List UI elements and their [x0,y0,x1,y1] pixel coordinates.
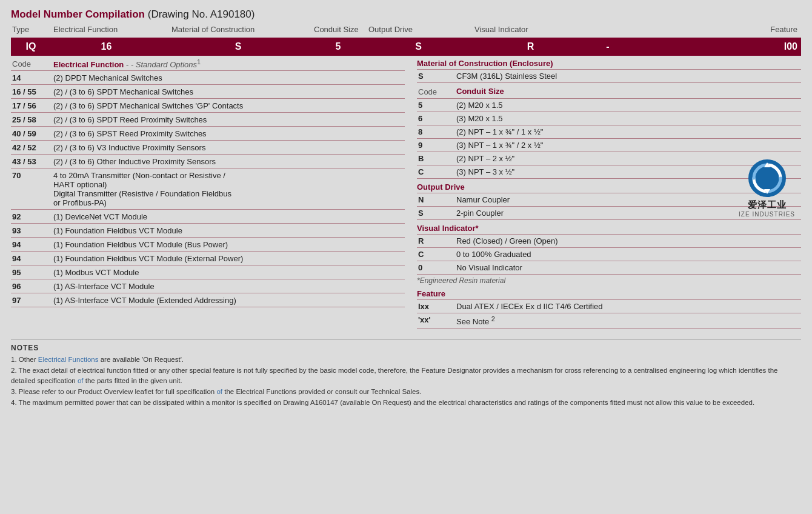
desc-92: (1) DeviceNet VCT Module [53,212,405,221]
cond-code-c: C [417,167,456,176]
conduit-section-title: Conduit Size [456,87,504,97]
table-row: 94 (1) Foundation Fieldbus VCT Module (B… [11,238,405,252]
table-row: 70 4 to 20mA Transmitter (Non-contact or… [11,169,405,210]
cond-desc-9: (3) NPT – 1 x ¾" / 2 x ½" [456,141,801,150]
code-4252: 42 / 52 [11,142,53,152]
cond-code-b: B [417,154,456,163]
table-row: 94 (1) Foundation Fieldbus VCT Module (E… [11,252,405,265]
table-row: 14 (2) DPDT Mechanical Switches [11,71,405,85]
code-2558: 25 / 58 [11,115,53,124]
cond-desc-5: (2) M20 x 1.5 [456,101,801,110]
visual-section-title: Visual Indicator* [417,220,801,234]
desc-2558: (2) / (3 to 6) SPDT Reed Proximity Switc… [53,115,405,124]
col-label-type: Type [11,25,47,34]
code-14: 14 [11,73,53,82]
table-row: 'xx' See Note 2 [417,313,801,329]
vis-note: *Engineered Resin material [417,275,801,287]
table-row: 25 / 58 (2) / (3 to 6) SPDT Reed Proximi… [11,113,405,127]
out-code-s: S [417,209,456,218]
model-type: IQ [11,41,47,52]
code-1655: 16 / 55 [11,87,53,96]
desc-97: (1) AS-Interface VCT Module (Extended Ad… [53,295,405,305]
table-row: 93 (1) Foundation Fieldbus VCT Module [11,224,405,238]
cond-desc-8: (2) NPT – 1 x ¾" / 1 x ½" [456,127,801,136]
col-label-row: Type Electrical Function Material of Con… [11,22,801,35]
note-3: 3. Please refer to our Product Overview … [11,387,801,396]
cond-desc-6: (3) M20 x 1.5 [456,114,801,123]
col-label-electrical: Electrical Function [47,25,168,34]
model-dash: - [590,41,626,52]
out-code-n: N [417,195,456,204]
model-header-row: IQ 16 S 5 S R - I00 [11,38,801,56]
model-output: S [365,41,471,52]
code-1756: 17 / 56 [11,101,53,110]
elec-section-title: Electrical Function - - Standard Options… [53,58,201,69]
desc-4059: (2) / (3 to 6) SPST Reed Proximity Switc… [53,128,405,138]
feat-desc-xx: See Note 2 [456,315,801,326]
table-row: 40 / 59 (2) / (3 to 6) SPST Reed Proximi… [11,127,405,141]
table-row: 0 No Visual Indicator [417,261,801,275]
main-content: Code Electrical Function - - Standard Op… [11,56,801,329]
table-row: R Red (Closed) / Green (Open) [417,235,801,248]
cond-code-9: 9 [417,141,456,150]
code-95: 95 [11,267,53,277]
col-label-output: Output Drive [368,25,474,34]
feat-code-xx: 'xx' [417,315,456,324]
title-bold: Model Number Compilation [11,8,145,20]
logo-area: 爱泽工业 IZE INDUSTRIES [739,159,795,218]
logo-icon [748,159,787,198]
elec-subtitle: - - Standard Options1 [126,60,201,69]
vis-code-0: 0 [417,263,456,272]
table-row: 97 (1) AS-Interface VCT Module (Extended… [11,293,405,307]
table-row: 6 (3) M20 x 1.5 [417,112,801,125]
table-row: Ixx Dual ATEX / IECEx Ex d IIC T4/6 Cert… [417,300,801,313]
table-row: 96 (1) AS-Interface VCT Module [11,279,405,293]
desc-94b: (1) Foundation Fieldbus VCT Module (Exte… [53,253,405,263]
feat-code-ixx: Ixx [417,302,456,311]
vis-desc-0: No Visual Indicator [456,263,801,272]
desc-96: (1) AS-Interface VCT Module [53,281,405,291]
table-row: 92 (1) DeviceNet VCT Module [11,210,405,224]
cond-code-5: 5 [417,101,456,110]
code-4059: 40 / 59 [11,128,53,138]
notes-section: NOTES 1. Other Electrical Functions are … [11,339,801,407]
desc-1655: (2) / (3 to 6) SPDT Mechanical Switches [53,87,405,96]
code-92: 92 [11,212,53,221]
desc-70: 4 to 20mA Transmitter (Non-contact or Re… [53,170,405,207]
elec-section-header-row: Code Electrical Function - - Standard Op… [11,56,405,70]
conduit-code-label: Code [417,87,456,96]
table-row: 95 (1) Modbus VCT Module [11,265,405,279]
elec-sup: 1 [197,58,201,65]
desc-14: (2) DPDT Mechanical Switches [53,73,405,82]
table-row: 8 (2) NPT – 1 x ¾" / 1 x ½" [417,125,801,139]
note-2: 2. The exact detail of electrical functi… [11,365,801,385]
table-row: C 0 to 100% Graduated [417,248,801,261]
material-section-title: Material of Construction (Enclosure) [417,56,801,69]
table-row: 9 (3) NPT – 1 x ¾" / 2 x ½" [417,139,801,152]
code-94a: 94 [11,239,53,249]
left-panel: Code Electrical Function - - Standard Op… [11,56,411,329]
elec-rows: 14 (2) DPDT Mechanical Switches 16 / 55 … [11,71,405,307]
col-label-visual: Visual Indicator [474,25,593,34]
title-normal: (Drawing No. A190180) [148,8,255,20]
table-row: 42 / 52 (2) / (3 to 6) V3 Inductive Prox… [11,141,405,155]
vis-desc-r: Red (Closed) / Green (Open) [456,236,801,245]
code-label: Code [11,59,53,68]
desc-4252: (2) / (3 to 6) V3 Inductive Proximity Se… [53,142,405,152]
col-label-conduit: Conduit Size [314,25,368,34]
logo-sub: IZE INDUSTRIES [739,211,795,218]
desc-1756: (2) / (3 to 6) SPDT Mechanical Switches … [53,101,405,110]
mat-desc-s: CF3M (316L) Stainless Steel [456,72,801,81]
table-row: S CF3M (316L) Stainless Steel [417,70,801,83]
code-96: 96 [11,281,53,291]
model-conduit: 5 [311,41,365,52]
code-93: 93 [11,225,53,235]
vis-code-c: C [417,250,456,259]
model-feature: I00 [626,41,801,52]
page-title: Model Number Compilation (Drawing No. A1… [11,8,801,21]
note-4: 4. The maximum permitted power that can … [11,398,801,407]
code-70: 70 [11,170,53,180]
model-electrical: 16 [47,41,165,52]
feature-section-title: Feature [417,287,801,299]
note-1: 1. Other Electrical Functions are availa… [11,355,801,364]
